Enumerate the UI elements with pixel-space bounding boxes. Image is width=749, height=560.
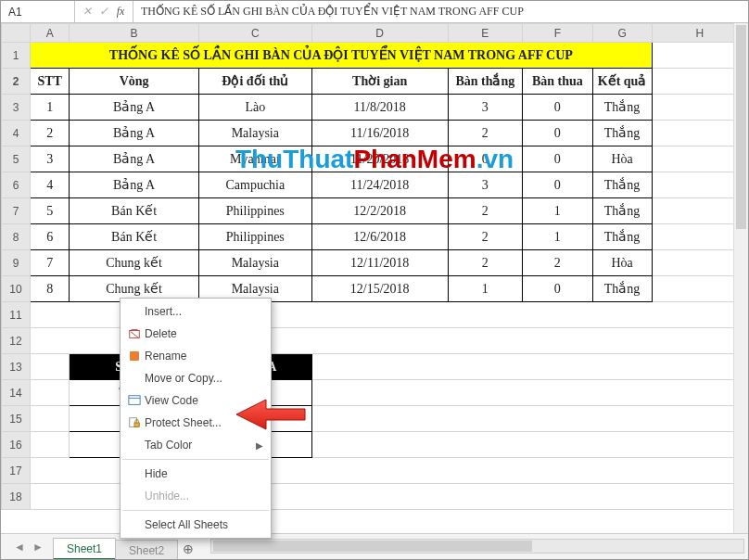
cell[interactable]: 8 bbox=[31, 276, 70, 302]
cell[interactable]: Thắng bbox=[592, 172, 652, 198]
col-header-D[interactable]: D bbox=[311, 24, 448, 43]
ctx-delete[interactable]: Delete bbox=[121, 323, 271, 345]
cell[interactable]: 12/2/2018 bbox=[311, 198, 448, 224]
cell[interactable]: 0 bbox=[523, 146, 592, 172]
row-header[interactable]: 14 bbox=[2, 380, 31, 406]
ctx-hide[interactable]: Hide bbox=[121, 463, 271, 485]
sheet-tab-sheet1[interactable]: Sheet1 bbox=[53, 538, 116, 560]
cell[interactable]: Hòa bbox=[592, 250, 652, 276]
row-header[interactable]: 16 bbox=[2, 432, 31, 458]
cell[interactable]: Campuchia bbox=[198, 172, 311, 198]
cell[interactable]: 5 bbox=[31, 198, 70, 224]
cell[interactable]: 1 bbox=[448, 276, 523, 302]
cell[interactable] bbox=[31, 380, 70, 406]
cell[interactable]: 12/15/2018 bbox=[311, 276, 448, 302]
col-header-G[interactable]: G bbox=[592, 24, 652, 43]
row-header[interactable]: 13 bbox=[2, 354, 31, 380]
row-header[interactable]: 3 bbox=[2, 95, 31, 121]
cell[interactable]: Thắng bbox=[592, 121, 652, 146]
fx-icon[interactable]: fx bbox=[112, 5, 129, 19]
horizontal-scrollbar[interactable] bbox=[210, 539, 744, 554]
row-header[interactable]: 15 bbox=[2, 406, 31, 432]
spreadsheet-grid[interactable]: A B C D E F G H 1 THỐNG KÊ SỐ LẦN GHI BÀ… bbox=[1, 23, 748, 510]
cell[interactable]: Bán Kết bbox=[70, 198, 199, 224]
cell[interactable]: Bảng A bbox=[70, 121, 199, 146]
row-header[interactable]: 4 bbox=[2, 121, 31, 146]
col-header-A[interactable]: A bbox=[31, 24, 70, 43]
cell[interactable]: Bảng A bbox=[70, 172, 199, 198]
ctx-select-all-sheets[interactable]: Select All Sheets bbox=[121, 514, 271, 536]
cell[interactable] bbox=[311, 406, 747, 432]
scrollbar-thumb[interactable] bbox=[736, 25, 746, 229]
cancel-icon[interactable]: ✕ bbox=[79, 5, 95, 19]
row-header[interactable]: 7 bbox=[2, 198, 31, 224]
ctx-tab-color[interactable]: Tab Color ▶ bbox=[121, 434, 271, 456]
cell[interactable]: Bảng A bbox=[70, 95, 199, 121]
cell[interactable] bbox=[311, 380, 747, 406]
cell[interactable]: STT bbox=[31, 69, 70, 95]
cell[interactable]: Kết quả bbox=[592, 69, 652, 95]
cell[interactable]: 2 bbox=[448, 250, 523, 276]
select-all-corner[interactable] bbox=[2, 24, 31, 43]
row-header[interactable]: 2 bbox=[2, 69, 31, 95]
cell[interactable] bbox=[311, 354, 747, 380]
cell[interactable]: Bảng A bbox=[70, 146, 199, 172]
cell[interactable]: 0 bbox=[523, 121, 592, 146]
title-cell[interactable]: THỐNG KÊ SỐ LẦN GHI BÀN CỦA ĐỘI TUYỂN VI… bbox=[31, 43, 653, 69]
cell[interactable]: Malaysia bbox=[198, 250, 311, 276]
cell[interactable]: 4 bbox=[31, 172, 70, 198]
cell[interactable]: 7 bbox=[31, 250, 70, 276]
cell[interactable]: Philippines bbox=[198, 198, 311, 224]
scrollbar-thumb[interactable] bbox=[213, 541, 532, 552]
cell[interactable]: 2 bbox=[448, 121, 523, 146]
enter-icon[interactable]: ✓ bbox=[95, 5, 112, 19]
cell[interactable]: Bàn thua bbox=[523, 69, 592, 95]
cell[interactable]: 2 bbox=[31, 121, 70, 146]
cell[interactable]: Thời gian bbox=[311, 69, 448, 95]
ctx-rename[interactable]: Rename bbox=[121, 345, 271, 367]
col-header-E[interactable]: E bbox=[448, 24, 523, 43]
sheet-tab-sheet2[interactable]: Sheet2 bbox=[115, 540, 178, 560]
cell[interactable]: 11/8/2018 bbox=[311, 95, 448, 121]
row-header[interactable]: 10 bbox=[2, 276, 31, 302]
cell[interactable] bbox=[31, 354, 70, 380]
vertical-scrollbar[interactable] bbox=[733, 23, 748, 533]
row-header[interactable]: 11 bbox=[2, 302, 31, 328]
cell[interactable]: 2 bbox=[448, 224, 523, 250]
cell[interactable]: Thắng bbox=[592, 224, 652, 250]
cell[interactable]: Thắng bbox=[592, 276, 652, 302]
cell[interactable]: 3 bbox=[31, 146, 70, 172]
cell[interactable]: 2 bbox=[523, 250, 592, 276]
cell[interactable]: 11/24/2018 bbox=[311, 172, 448, 198]
col-header-C[interactable]: C bbox=[198, 24, 311, 43]
row-header[interactable]: 12 bbox=[2, 328, 31, 354]
row-header[interactable]: 9 bbox=[2, 250, 31, 276]
cell[interactable]: 11/16/2018 bbox=[311, 121, 448, 146]
ctx-view-code[interactable]: View Code bbox=[121, 389, 271, 412]
cell[interactable]: Bán Kết bbox=[70, 224, 199, 250]
cell[interactable]: Thắng bbox=[592, 198, 652, 224]
cell[interactable] bbox=[31, 432, 70, 458]
cell[interactable]: Philippines bbox=[198, 224, 311, 250]
cell[interactable]: 3 bbox=[448, 95, 523, 121]
col-header-F[interactable]: F bbox=[523, 24, 592, 43]
cell[interactable]: 1 bbox=[523, 224, 592, 250]
cell[interactable] bbox=[31, 406, 70, 432]
cell[interactable]: Bàn thắng bbox=[448, 69, 523, 95]
cell[interactable]: 0 bbox=[523, 172, 592, 198]
ctx-insert[interactable]: Insert... bbox=[121, 300, 271, 323]
cell[interactable]: 1 bbox=[31, 95, 70, 121]
cell[interactable]: 12/11/2018 bbox=[311, 250, 448, 276]
cell[interactable]: Vòng bbox=[70, 69, 199, 95]
cell[interactable]: 1 bbox=[523, 198, 592, 224]
row-header[interactable]: 1 bbox=[2, 43, 31, 69]
tab-nav-prev-icon[interactable]: ◄ bbox=[12, 541, 27, 554]
row-header[interactable]: 8 bbox=[2, 224, 31, 250]
cell[interactable]: 0 bbox=[523, 95, 592, 121]
cell[interactable]: Thắng bbox=[592, 95, 652, 121]
cell[interactable]: Lào bbox=[198, 95, 311, 121]
row-header[interactable]: 6 bbox=[2, 172, 31, 198]
cell[interactable]: Chung kết bbox=[70, 250, 199, 276]
cell[interactable]: Đội đối thủ bbox=[198, 69, 311, 95]
tab-nav-next-icon[interactable]: ► bbox=[31, 541, 45, 554]
